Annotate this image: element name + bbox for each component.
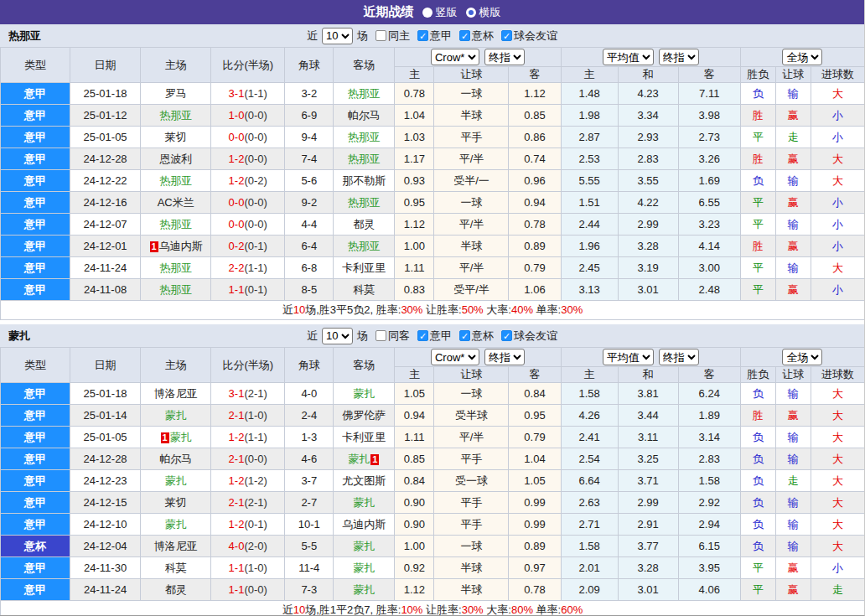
date-cell: 25-01-12 — [70, 105, 141, 127]
vertical-radio[interactable]: 竖版 — [422, 5, 458, 20]
col-date: 日期 — [70, 348, 141, 383]
average-odds-cell: 6.55 — [678, 192, 740, 214]
same-venue-checkbox[interactable] — [376, 330, 386, 341]
horizontal-radio[interactable]: 横版 — [466, 5, 501, 20]
result-cell: 负 — [740, 383, 775, 405]
average-select[interactable]: 平均值 — [603, 349, 654, 365]
serie-a-checkbox[interactable] — [417, 330, 428, 341]
average-odds-cell: 3.28 — [618, 236, 678, 257]
coppa-checkbox[interactable] — [459, 30, 470, 41]
average-odds-cell: 2.48 — [678, 279, 740, 301]
same-venue-checkbox[interactable] — [376, 30, 386, 41]
result-cell: 大 — [811, 448, 864, 470]
result-cell: 输 — [775, 514, 811, 536]
league-cell: 意甲 — [1, 148, 70, 170]
average-odds-cell: 5.55 — [561, 170, 618, 192]
bookmaker-odds-cell: 0.94 — [509, 192, 561, 214]
table-row: 意甲25-01-14蒙扎2-1(1-0)2-4佛罗伦萨0.94受半球0.954.… — [1, 405, 865, 427]
bookmaker-select[interactable]: Crow* — [431, 49, 479, 65]
sub-col-avg-draw: 和 — [618, 67, 678, 83]
final-odds-select-1[interactable]: 终指 — [484, 49, 525, 65]
score-cell: 1-0(0-0) — [211, 105, 285, 127]
team-name: 蒙扎 — [353, 387, 375, 400]
bookmaker-odds-cell: 0.89 — [509, 236, 561, 257]
score-cell: 1-2(0-1) — [211, 514, 285, 536]
recent-count-select[interactable]: 10 — [322, 328, 353, 344]
team-name: 佛罗伦萨 — [342, 409, 386, 422]
score-halftime: (1-2) — [244, 474, 267, 487]
fulltime-select[interactable]: 全场 — [782, 349, 822, 365]
bookmaker-odds-cell: 0.78 — [509, 214, 561, 236]
home-team-cell: 莱切 — [141, 492, 211, 514]
bookmaker-select[interactable]: Crow* — [431, 349, 479, 365]
bookmaker-odds-cell: 0.79 — [509, 427, 561, 448]
average-odds-cell: 4.22 — [618, 192, 678, 214]
summary-segment: 30% — [462, 603, 484, 616]
result-cell: 小 — [811, 127, 864, 148]
result-cell: 大 — [811, 148, 864, 170]
result-cell: 胜 — [740, 105, 775, 127]
result-cell: 赢 — [775, 557, 811, 579]
same-venue-label: 同客 — [388, 329, 410, 344]
sub-col-away-odds: 客 — [509, 367, 561, 383]
score-fulltime: 1-2 — [229, 474, 245, 487]
coppa-checkbox[interactable] — [459, 330, 470, 341]
score-halftime: (1-1) — [244, 261, 267, 274]
score-cell: 2-1(2-1) — [211, 492, 285, 514]
final-odds-select-1[interactable]: 终指 — [484, 349, 525, 365]
result-cell: 大 — [811, 514, 864, 536]
result-cell: 负 — [740, 427, 775, 448]
date-cell: 25-01-18 — [70, 383, 141, 405]
friendly-label: 球会友谊 — [514, 329, 557, 344]
home-team-cell: 热那亚 — [141, 105, 211, 127]
away-team-cell: 蒙扎 — [334, 536, 395, 557]
friendly-checkbox[interactable] — [501, 330, 512, 341]
final-odds-select-2[interactable]: 终指 — [659, 49, 699, 65]
table-row: 意甲24-12-28帕尔马2-1(0-0)4-6蒙扎10.85平手1.042.5… — [1, 448, 865, 470]
team-name: 恩波利 — [159, 153, 192, 165]
result-cell: 小 — [811, 192, 864, 214]
score-halftime: (2-0) — [244, 540, 267, 552]
league-cell: 意甲 — [1, 405, 70, 427]
away-team-cell: 蒙扎 — [334, 383, 395, 405]
summary-segment: 让胜率: — [422, 303, 461, 316]
table-row: 意甲24-12-15莱切2-1(2-1)2-7蒙扎0.90平手0.992.632… — [1, 492, 865, 514]
team-name: 科莫 — [165, 562, 187, 574]
bookmaker-odds-cell: 半球 — [434, 557, 509, 579]
bookmaker-odds-cell: 平手 — [434, 448, 509, 470]
sub-col-avg-away: 客 — [678, 67, 740, 83]
fulltime-select[interactable]: 全场 — [782, 49, 822, 65]
average-odds-cell: 3.13 — [561, 279, 618, 301]
bookmaker-odds-cell: 平/半 — [434, 148, 509, 170]
bookmaker-odds-cell: 0.84 — [509, 383, 561, 405]
bookmaker-odds-cell: 1.11 — [395, 257, 434, 279]
average-odds-cell: 2.99 — [618, 214, 678, 236]
team-name: 帕尔马 — [159, 453, 192, 465]
result-cell: 负 — [740, 514, 775, 536]
score-fulltime: 3-1 — [229, 87, 245, 100]
team-name-heading: 蒙扎 — [8, 329, 30, 344]
bookmaker-odds-cell: 0.78 — [509, 579, 561, 601]
corner-cell: 3-7 — [285, 470, 334, 492]
summary-segment: 近 — [282, 303, 293, 316]
date-cell: 24-12-28 — [70, 448, 141, 470]
serie-a-checkbox[interactable] — [417, 30, 428, 41]
average-odds-cell: 6.15 — [678, 536, 740, 557]
recent-count-select[interactable]: 10 — [322, 28, 353, 44]
average-select[interactable]: 平均值 — [603, 49, 654, 65]
friendly-checkbox[interactable] — [501, 30, 512, 41]
score-halftime: (0-0) — [244, 196, 267, 209]
sub-col-result: 胜负 — [740, 67, 775, 83]
team-name: 都灵 — [165, 583, 187, 596]
result-cell: 输 — [775, 214, 811, 236]
corner-cell: 6-4 — [285, 236, 334, 257]
final-odds-select-2[interactable]: 终指 — [659, 349, 699, 365]
bookmaker-odds-cell: 半球 — [434, 579, 509, 601]
date-cell: 24-12-01 — [70, 236, 141, 257]
table-row: 意甲25-01-18博洛尼亚3-1(2-1)4-0蒙扎1.05一球0.841.5… — [1, 383, 865, 405]
team-name: 卡利亚里 — [342, 261, 386, 274]
away-team-cell: 蒙扎1 — [334, 448, 395, 470]
average-odds-cell: 1.96 — [561, 236, 618, 257]
score-fulltime: 2-1 — [229, 496, 245, 509]
average-odds-cell: 3.71 — [618, 470, 678, 492]
